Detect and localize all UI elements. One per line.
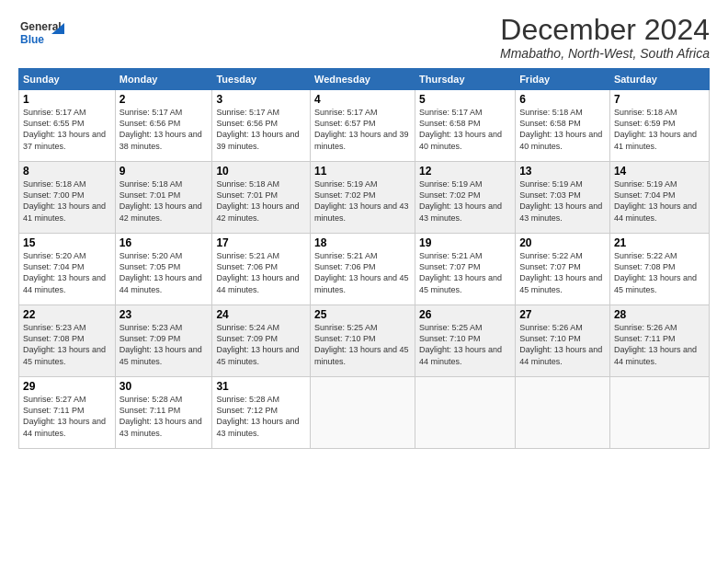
day-number: 11 [314,165,411,178]
day-detail: Sunrise: 5:17 AMSunset: 6:56 PMDaylight:… [216,108,299,150]
day-number: 8 [23,165,111,178]
day-header: Monday [115,69,212,90]
calendar-week-row: 22 Sunrise: 5:23 AMSunset: 7:08 PMDaylig… [19,305,710,377]
day-number: 15 [23,236,111,249]
calendar-cell: 19 Sunrise: 5:21 AMSunset: 7:07 PMDaylig… [415,234,516,305]
day-number: 4 [314,93,411,106]
day-detail: Sunrise: 5:22 AMSunset: 7:07 PMDaylight:… [519,251,602,293]
svg-text:Blue: Blue [20,33,44,46]
calendar-cell: 11 Sunrise: 5:19 AMSunset: 7:02 PMDaylig… [311,162,415,234]
day-detail: Sunrise: 5:22 AMSunset: 7:08 PMDaylight:… [614,251,697,293]
day-number: 27 [519,308,606,321]
calendar-cell: 25 Sunrise: 5:25 AMSunset: 7:10 PMDaylig… [311,305,415,377]
day-detail: Sunrise: 5:20 AMSunset: 7:04 PMDaylight:… [23,251,106,293]
day-number: 12 [419,165,511,178]
calendar-week-row: 15 Sunrise: 5:20 AMSunset: 7:04 PMDaylig… [19,234,710,305]
day-header: Friday [516,69,610,90]
day-detail: Sunrise: 5:24 AMSunset: 7:09 PMDaylight:… [216,323,299,365]
calendar-cell: 16 Sunrise: 5:20 AMSunset: 7:05 PMDaylig… [115,234,212,305]
day-number: 5 [419,93,511,106]
day-number: 23 [119,308,209,321]
day-number: 9 [119,165,209,178]
day-number: 28 [614,308,705,321]
day-detail: Sunrise: 5:18 AMSunset: 7:01 PMDaylight:… [216,179,299,222]
day-detail: Sunrise: 5:23 AMSunset: 7:09 PMDaylight:… [119,323,202,365]
day-detail: Sunrise: 5:17 AMSunset: 6:56 PMDaylight:… [119,108,202,150]
calendar-cell: 24 Sunrise: 5:24 AMSunset: 7:09 PMDaylig… [212,305,311,377]
calendar-cell: 20 Sunrise: 5:22 AMSunset: 7:07 PMDaylig… [516,234,610,305]
day-header-row: SundayMondayTuesdayWednesdayThursdayFrid… [19,69,710,90]
calendar-cell: 9 Sunrise: 5:18 AMSunset: 7:01 PMDayligh… [115,162,212,234]
day-detail: Sunrise: 5:25 AMSunset: 7:10 PMDaylight:… [314,323,409,365]
day-number: 29 [23,380,111,393]
day-number: 19 [419,236,511,249]
day-detail: Sunrise: 5:26 AMSunset: 7:11 PMDaylight:… [614,323,697,365]
day-number: 2 [119,93,209,106]
calendar-cell: 21 Sunrise: 5:22 AMSunset: 7:08 PMDaylig… [609,234,709,305]
logo: General Blue [18,14,64,51]
calendar-cell: 6 Sunrise: 5:18 AMSunset: 6:58 PMDayligh… [516,90,610,162]
calendar-table: SundayMondayTuesdayWednesdayThursdayFrid… [18,68,710,449]
day-number: 18 [314,236,411,249]
calendar-cell [609,377,709,449]
calendar-cell: 10 Sunrise: 5:18 AMSunset: 7:01 PMDaylig… [212,162,311,234]
calendar-cell [311,377,415,449]
day-detail: Sunrise: 5:23 AMSunset: 7:08 PMDaylight:… [23,323,106,365]
day-number: 31 [216,380,306,393]
calendar-cell: 29 Sunrise: 5:27 AMSunset: 7:11 PMDaylig… [19,377,116,449]
day-detail: Sunrise: 5:19 AMSunset: 7:04 PMDaylight:… [614,179,697,222]
day-detail: Sunrise: 5:18 AMSunset: 6:59 PMDaylight:… [614,108,697,150]
day-detail: Sunrise: 5:21 AMSunset: 7:07 PMDaylight:… [419,251,502,293]
day-detail: Sunrise: 5:21 AMSunset: 7:06 PMDaylight:… [314,251,409,293]
calendar-cell: 18 Sunrise: 5:21 AMSunset: 7:06 PMDaylig… [311,234,415,305]
calendar-cell: 15 Sunrise: 5:20 AMSunset: 7:04 PMDaylig… [19,234,116,305]
day-detail: Sunrise: 5:17 AMSunset: 6:57 PMDaylight:… [314,108,409,150]
calendar-cell: 30 Sunrise: 5:28 AMSunset: 7:11 PMDaylig… [115,377,212,449]
day-number: 20 [519,236,606,249]
day-number: 30 [119,380,209,393]
day-number: 26 [419,308,511,321]
calendar-cell: 17 Sunrise: 5:21 AMSunset: 7:06 PMDaylig… [212,234,311,305]
page: General Blue December 2024 Mmabatho, Nor… [0,0,728,563]
day-number: 14 [614,165,705,178]
calendar-week-row: 8 Sunrise: 5:18 AMSunset: 7:00 PMDayligh… [19,162,710,234]
calendar-cell: 14 Sunrise: 5:19 AMSunset: 7:04 PMDaylig… [609,162,709,234]
header: General Blue December 2024 Mmabatho, Nor… [18,14,710,61]
calendar-cell: 26 Sunrise: 5:25 AMSunset: 7:10 PMDaylig… [415,305,516,377]
day-detail: Sunrise: 5:28 AMSunset: 7:11 PMDaylight:… [119,395,202,437]
day-detail: Sunrise: 5:17 AMSunset: 6:55 PMDaylight:… [23,108,106,150]
calendar-cell: 27 Sunrise: 5:26 AMSunset: 7:10 PMDaylig… [516,305,610,377]
calendar-cell: 13 Sunrise: 5:19 AMSunset: 7:03 PMDaylig… [516,162,610,234]
subtitle: Mmabatho, North-West, South Africa [500,46,710,61]
day-detail: Sunrise: 5:19 AMSunset: 7:03 PMDaylight:… [519,179,602,222]
calendar-cell: 28 Sunrise: 5:26 AMSunset: 7:11 PMDaylig… [609,305,709,377]
day-header: Wednesday [311,69,415,90]
calendar-cell: 4 Sunrise: 5:17 AMSunset: 6:57 PMDayligh… [311,90,415,162]
day-number: 17 [216,236,306,249]
calendar-cell: 31 Sunrise: 5:28 AMSunset: 7:12 PMDaylig… [212,377,311,449]
calendar-cell [415,377,516,449]
day-detail: Sunrise: 5:18 AMSunset: 7:00 PMDaylight:… [23,179,106,222]
calendar-cell: 8 Sunrise: 5:18 AMSunset: 7:00 PMDayligh… [19,162,116,234]
day-number: 24 [216,308,306,321]
day-detail: Sunrise: 5:28 AMSunset: 7:12 PMDaylight:… [216,395,299,437]
day-header: Sunday [19,69,116,90]
day-header: Saturday [609,69,709,90]
main-title: December 2024 [500,14,710,46]
calendar-cell: 5 Sunrise: 5:17 AMSunset: 6:58 PMDayligh… [415,90,516,162]
day-detail: Sunrise: 5:19 AMSunset: 7:02 PMDaylight:… [419,179,502,222]
day-number: 6 [519,93,606,106]
calendar-week-row: 29 Sunrise: 5:27 AMSunset: 7:11 PMDaylig… [19,377,710,449]
calendar-cell: 22 Sunrise: 5:23 AMSunset: 7:08 PMDaylig… [19,305,116,377]
calendar-cell: 23 Sunrise: 5:23 AMSunset: 7:09 PMDaylig… [115,305,212,377]
day-detail: Sunrise: 5:26 AMSunset: 7:10 PMDaylight:… [519,323,602,365]
day-number: 22 [23,308,111,321]
calendar-cell: 1 Sunrise: 5:17 AMSunset: 6:55 PMDayligh… [19,90,116,162]
day-detail: Sunrise: 5:18 AMSunset: 7:01 PMDaylight:… [119,179,202,222]
logo-icon: General Blue [18,14,64,51]
day-detail: Sunrise: 5:25 AMSunset: 7:10 PMDaylight:… [419,323,502,365]
title-section: December 2024 Mmabatho, North-West, Sout… [500,14,710,61]
day-number: 3 [216,93,306,106]
calendar-week-row: 1 Sunrise: 5:17 AMSunset: 6:55 PMDayligh… [19,90,710,162]
day-detail: Sunrise: 5:20 AMSunset: 7:05 PMDaylight:… [119,251,202,293]
